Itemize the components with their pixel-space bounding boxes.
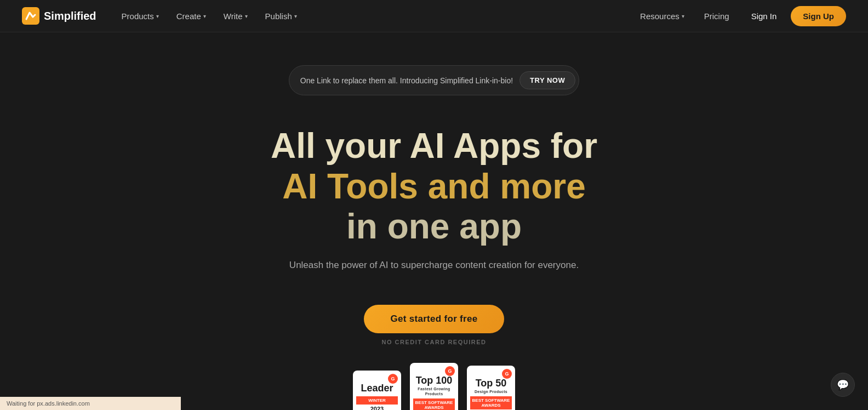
status-text: Waiting for px.ads.linkedin.com: [7, 400, 90, 407]
hero-subtitle: Unleash the power of AI to supercharge c…: [271, 258, 597, 272]
badge-top100-title: Top 100: [416, 375, 453, 386]
logo-text: Simplified: [44, 10, 96, 22]
status-bar: Waiting for px.ads.linkedin.com: [0, 397, 181, 410]
badge-top100-ribbon: BEST SOFTWARE AWARDS: [413, 398, 455, 410]
nav-create[interactable]: Create ▾: [169, 7, 214, 25]
hero-title-line2: AI Tools and more: [271, 167, 597, 207]
signin-button[interactable]: Sign In: [741, 7, 787, 25]
hero-section: All your AI Apps for AI Tools and more i…: [271, 126, 597, 272]
chevron-down-icon: ▾: [294, 13, 297, 19]
badge-top100-subtitle: Fastest Growing Products: [413, 386, 455, 396]
hero-title-line3: in one app: [271, 207, 597, 247]
navbar-right-nav: Resources ▾ Pricing Sign In Sign Up: [632, 6, 846, 26]
nav-resources[interactable]: Resources ▾: [632, 7, 692, 25]
banner-text: One Link to replace them all. Introducin…: [300, 76, 513, 85]
chevron-down-icon: ▾: [203, 13, 206, 19]
chevron-down-icon: ▾: [682, 13, 684, 19]
awards-badges: G Leader WINTER 2023 G Top 100 Fastest G…: [353, 363, 515, 410]
nav-products[interactable]: Products ▾: [114, 7, 167, 25]
nav-write[interactable]: Write ▾: [216, 7, 255, 25]
banner-try-now-button[interactable]: TRY NOW: [519, 71, 575, 89]
badge-leader-ribbon: WINTER: [356, 396, 398, 405]
g2-logo-icon: G: [445, 366, 455, 376]
chevron-down-icon: ▾: [156, 13, 159, 19]
badge-top50: G Top 50 Design Products BEST SOFTWARE A…: [467, 366, 515, 410]
main-content: One Link to replace them all. Introducin…: [0, 32, 868, 410]
chat-widget[interactable]: 💬: [831, 373, 855, 397]
nav-pricing[interactable]: Pricing: [696, 7, 737, 25]
navbar: Simplified Products ▾ Create ▾ Write ▾ P…: [0, 0, 868, 32]
chat-icon: 💬: [837, 379, 849, 391]
logo-link[interactable]: Simplified: [22, 7, 96, 25]
badge-top100: G Top 100 Fastest Growing Products BEST …: [410, 363, 458, 410]
hero-title-line1: All your AI Apps for: [271, 126, 597, 167]
g2-logo-icon: G: [388, 374, 398, 384]
signup-button[interactable]: Sign Up: [791, 6, 846, 26]
navbar-left-nav: Products ▾ Create ▾ Write ▾ Publish ▾: [114, 7, 632, 25]
badge-leader-year: 2023: [370, 406, 384, 410]
g2-logo-icon: G: [502, 369, 512, 379]
badge-top50-title: Top 50: [476, 378, 507, 389]
badge-top50-ribbon: BEST SOFTWARE AWARDS: [470, 396, 512, 409]
announcement-banner: One Link to replace them all. Introducin…: [289, 65, 579, 95]
cta-section: Get started for free NO CREDIT CARD REQU…: [364, 305, 504, 345]
badge-leader: G Leader WINTER 2023: [353, 371, 401, 410]
no-credit-text: NO CREDIT CARD REQUIRED: [382, 339, 487, 345]
svg-rect-0: [22, 7, 39, 25]
chevron-down-icon: ▾: [245, 13, 248, 19]
badge-top50-subtitle: Design Products: [475, 389, 507, 394]
nav-publish[interactable]: Publish ▾: [258, 7, 305, 25]
get-started-button[interactable]: Get started for free: [364, 305, 504, 333]
badge-leader-title: Leader: [361, 383, 393, 394]
logo-icon: [22, 7, 39, 25]
